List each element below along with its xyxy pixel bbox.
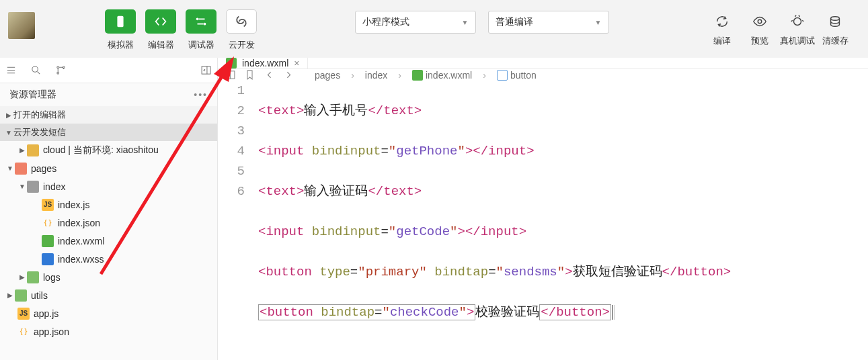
compile-mode-value: 普通编译 [496,16,533,28]
tree-label: index.js [58,199,89,210]
branch-icon[interactable] [55,64,67,76]
tree-label: app.json [34,326,69,337]
svg-point-7 [57,66,59,69]
simulator-label: 模拟器 [108,39,134,51]
close-icon[interactable]: × [294,58,299,69]
main-tool-buttons: 模拟器 编辑器 调试器 云开发 [102,9,260,51]
folder-icon [15,289,27,302]
back-icon[interactable] [264,69,275,81]
file-tree: ▶cloud | 当前环境: xiaoshitou ▼pages ▼index … [0,141,217,341]
sidebar-mini-toolbar [0,58,217,83]
bookmark-icon[interactable] [244,69,255,81]
search-icon[interactable] [30,64,42,76]
tree-file-appjson[interactable]: { }app.json [0,322,217,341]
editor-label: 编辑器 [148,39,174,51]
code-editor[interactable]: 123456 <text>输入手机号</text> <input bindinp… [218,81,868,360]
more-icon[interactable]: ••• [194,89,208,100]
svg-point-6 [32,66,38,73]
right-actions: 编译 预览 真机调试 清缓存 [704,9,853,47]
chevron-down-icon: ▼ [462,19,469,26]
clear-cache-label: 清缓存 [822,35,849,47]
breadcrumb-symbol[interactable]: button [497,70,537,81]
editor-area: index.wxml × pages › index › index.wxml … [218,58,868,360]
json-file-icon: { } [42,217,54,229]
tree-label: pages [31,163,56,174]
open-editors-label: 打开的编辑器 [13,109,66,121]
project-label: 云开发发短信 [13,126,66,138]
svg-point-1 [196,18,199,21]
folder-icon [15,163,27,175]
avatar[interactable] [8,12,35,39]
tree-file-appjs[interactable]: JSapp.js [0,304,217,322]
mode-value: 小程序模式 [362,16,409,28]
chevron-down-icon: ▼ [17,183,27,190]
forward-icon[interactable] [283,69,294,81]
split-icon[interactable] [225,69,236,81]
project-section[interactable]: ▼ 云开发发短信 [0,124,217,141]
tree-file-indexjs[interactable]: JSindex.js [0,195,217,214]
tree-file-indexjson[interactable]: { }index.json [0,214,217,232]
tab-indexwxml[interactable]: index.wxml × [218,58,308,69]
wxml-file-icon [42,235,54,247]
tree-label: index.json [58,218,100,228]
tree-folder-logs[interactable]: ▶logs [0,268,217,286]
cloud-dev-button[interactable]: 云开发 [223,9,260,51]
explorer-title-row: 资源管理器 ••• [0,83,217,106]
js-file-icon: JS [42,199,54,211]
folder-icon [27,271,39,283]
tree-label: utils [31,290,48,301]
breadcrumb-file[interactable]: index.wxml [412,70,472,81]
open-editors-section[interactable]: ▶ 打开的编辑器 [0,106,217,124]
tree-label: index.wxml [58,236,104,246]
svg-point-4 [794,18,801,26]
svg-point-8 [57,72,59,74]
collapse-panel-icon[interactable] [200,64,212,76]
chevron-down-icon: ▼ [5,165,15,172]
line-gutter: 123456 [218,81,258,360]
preview-button[interactable]: 预览 [742,9,778,47]
breadcrumb-separator: › [483,70,486,81]
tab-strip: index.wxml × [218,58,868,69]
simulator-button[interactable]: 模拟器 [102,9,139,51]
svg-rect-0 [117,16,123,28]
tree-file-indexwxss[interactable]: index.wxss [0,250,217,268]
breadcrumb-separator: › [398,70,401,81]
code-lines[interactable]: <text>输入手机号</text> <input bindinput="get… [258,81,731,360]
tree-label: index.wxss [58,254,104,265]
chevron-down-icon: ▼ [4,129,13,136]
wxml-file-icon [226,58,237,69]
list-icon[interactable] [5,64,17,76]
tree-folder-cloud[interactable]: ▶cloud | 当前环境: xiaoshitou [0,141,217,159]
svg-point-3 [758,19,762,24]
wxml-file-icon [412,70,423,81]
mode-dropdown[interactable]: 小程序模式▼ [355,11,476,34]
chevron-right-icon: ▶ [5,291,15,299]
breadcrumb-index[interactable]: index [365,70,387,81]
compile-button[interactable]: 编译 [704,9,740,47]
tree-label: app.js [34,308,58,319]
tree-label: cloud | 当前环境: xiaoshitou [43,144,159,156]
symbol-icon [497,70,508,81]
json-file-icon: { } [17,326,30,338]
editor-header-row: pages › index › index.wxml › button [218,69,868,81]
real-device-button[interactable]: 真机调试 [779,9,816,47]
editor-button[interactable]: 编辑器 [143,9,179,51]
svg-point-5 [831,17,840,21]
breadcrumb-pages[interactable]: pages [315,70,340,81]
compile-mode-dropdown[interactable]: 普通编译▼ [488,11,609,34]
tree-folder-utils[interactable]: ▶utils [0,286,217,304]
explorer-title: 资源管理器 [9,89,56,101]
tree-folder-pages[interactable]: ▼pages [0,159,217,177]
debugger-button[interactable]: 调试器 [183,9,219,51]
wxss-file-icon [42,253,54,265]
clear-cache-button[interactable]: 清缓存 [817,9,853,47]
js-file-icon: JS [17,308,30,320]
tree-label: logs [43,272,61,283]
tree-file-indexwxml[interactable]: index.wxml [0,232,217,250]
cloud-dev-label: 云开发 [229,39,255,51]
sidebar: 资源管理器 ••• ▶ 打开的编辑器 ▼ 云开发发短信 ▶cloud | 当前环… [0,58,218,360]
tree-label: index [43,181,65,192]
tab-label: index.wxml [242,58,288,69]
folder-icon [27,181,39,193]
tree-folder-index[interactable]: ▼index [0,177,217,195]
